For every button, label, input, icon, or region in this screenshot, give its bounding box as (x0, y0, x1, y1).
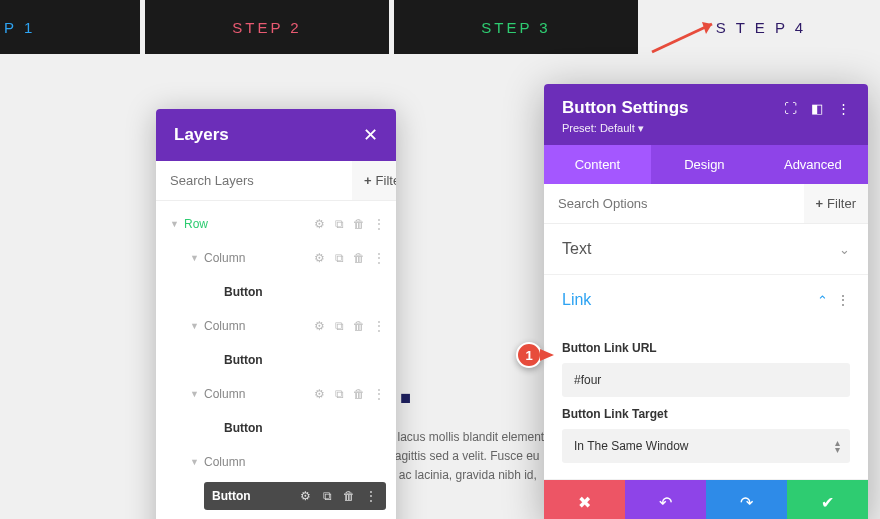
search-options-input[interactable] (544, 184, 804, 223)
more-icon[interactable]: ⋮ (837, 101, 850, 116)
tab-advanced[interactable]: Advanced (758, 145, 868, 184)
close-icon[interactable]: ✕ (363, 124, 378, 146)
trash-icon[interactable]: 🗑 (352, 251, 366, 265)
tab-content[interactable]: Content (544, 145, 651, 184)
plus-icon: + (364, 173, 372, 188)
duplicate-icon[interactable]: ⧉ (332, 251, 346, 265)
confirm-button[interactable]: ✔ (787, 480, 868, 519)
gear-icon[interactable]: ⚙ (298, 489, 312, 503)
layer-row[interactable]: ▼ Row ⚙ ⧉ 🗑 ⋮ (156, 207, 396, 241)
filter-label: Filter (827, 196, 856, 211)
annotation-callout-1: 1 (516, 342, 554, 368)
layers-tree: ▼ Row ⚙ ⧉ 🗑 ⋮ ▼ Column ⚙ ⧉ 🗑 ⋮ Button (156, 201, 396, 519)
layer-button[interactable]: Button (156, 275, 396, 309)
gear-icon[interactable]: ⚙ (312, 251, 326, 265)
caret-down-icon[interactable]: ▼ (190, 253, 204, 263)
filter-button[interactable]: +Filter (804, 184, 868, 223)
modal-footer: ✖ ↶ ↷ ✔ (544, 480, 868, 519)
step-tab-3[interactable]: STEP 3 (394, 0, 638, 54)
caret-down-icon[interactable]: ▼ (190, 321, 204, 331)
layer-button[interactable]: Button (156, 343, 396, 377)
trash-icon[interactable]: 🗑 (352, 387, 366, 401)
filter-button[interactable]: +Filter (352, 161, 396, 200)
field-label-target: Button Link Target (562, 407, 850, 421)
accordion-title: Link (562, 291, 591, 309)
layer-label: Row (184, 217, 312, 231)
duplicate-icon[interactable]: ⧉ (320, 489, 334, 503)
layout-icon[interactable]: ◧ (811, 101, 823, 116)
layer-column[interactable]: ▼ Column ⚙ ⧉ 🗑 ⋮ (156, 377, 396, 411)
accordion-link: Link ⌃ ⋮ Button Link URL Button Link Tar… (544, 275, 868, 480)
field-label-url: Button Link URL (562, 341, 850, 355)
layer-label: Button (224, 285, 386, 299)
more-icon[interactable]: ⋮ (364, 489, 378, 503)
step-tab-4[interactable]: S T E P 4 (643, 0, 879, 54)
chevron-up-icon: ⌃ (817, 293, 828, 308)
layer-button-selected[interactable]: Button ⚙ ⧉ 🗑 ⋮ (156, 479, 396, 513)
accordion-header-link[interactable]: Link ⌃ ⋮ (544, 275, 868, 325)
layer-button[interactable]: Button (156, 411, 396, 445)
more-icon[interactable]: ⋮ (372, 251, 386, 265)
layer-label: Button (212, 489, 298, 503)
caret-down-icon[interactable]: ▼ (190, 457, 204, 467)
duplicate-icon[interactable]: ⧉ (332, 217, 346, 231)
settings-tabs: Content Design Advanced (544, 145, 868, 184)
chevron-down-icon: ⌄ (839, 242, 850, 257)
trash-icon[interactable]: 🗑 (352, 217, 366, 231)
layer-label: Column (204, 319, 312, 333)
callout-number: 1 (516, 342, 542, 368)
cancel-button[interactable]: ✖ (544, 480, 625, 519)
trash-icon[interactable]: 🗑 (352, 319, 366, 333)
duplicate-icon[interactable]: ⧉ (332, 387, 346, 401)
layer-label: Column (204, 387, 312, 401)
button-link-url-input[interactable] (562, 363, 850, 397)
settings-search-row: +Filter (544, 184, 868, 224)
layers-header: Layers ✕ (156, 109, 396, 161)
redo-button[interactable]: ↷ (706, 480, 787, 519)
more-icon[interactable]: ⋮ (372, 387, 386, 401)
gear-icon[interactable]: ⚙ (312, 319, 326, 333)
preset-selector[interactable]: Preset: Default ▾ (562, 122, 850, 135)
step-tab-2[interactable]: STEP 2 (145, 0, 389, 54)
gear-icon[interactable]: ⚙ (312, 387, 326, 401)
layers-panel: Layers ✕ +Filter ▼ Row ⚙ ⧉ 🗑 ⋮ ▼ Column … (156, 109, 396, 519)
layers-title: Layers (174, 125, 229, 145)
accordion-title: Text (562, 240, 591, 258)
modal-title: Button Settings (562, 98, 689, 118)
callout-tail (540, 349, 554, 361)
layer-label: Button (224, 353, 386, 367)
gear-icon[interactable]: ⚙ (312, 217, 326, 231)
caret-down-icon[interactable]: ▼ (190, 389, 204, 399)
expand-icon[interactable]: ⛶ (784, 101, 797, 116)
more-icon[interactable]: ⋮ (372, 217, 386, 231)
layer-column[interactable]: ▼ Column ⚙ ⧉ 🗑 ⋮ (156, 241, 396, 275)
duplicate-icon[interactable]: ⧉ (332, 319, 346, 333)
more-icon[interactable]: ⋮ (372, 319, 386, 333)
filter-label: Filter (376, 173, 396, 188)
layer-section[interactable]: ▶ Section (156, 513, 396, 519)
button-settings-modal: Button Settings ⛶ ◧ ⋮ Preset: Default ▾ … (544, 84, 868, 519)
caret-down-icon[interactable]: ▼ (170, 219, 184, 229)
tab-design[interactable]: Design (651, 145, 758, 184)
search-layers-input[interactable] (156, 161, 352, 200)
layer-label: Button (224, 421, 386, 435)
accordion-text[interactable]: Text ⌄ (544, 224, 868, 275)
step-tab-1[interactable]: P 1 (0, 0, 140, 54)
plus-icon: + (816, 196, 824, 211)
button-link-target-select[interactable] (562, 429, 850, 463)
trash-icon[interactable]: 🗑 (342, 489, 356, 503)
layer-label: Column (204, 455, 386, 469)
layer-label: Column (204, 251, 312, 265)
modal-header: Button Settings ⛶ ◧ ⋮ Preset: Default ▾ (544, 84, 868, 145)
layer-column[interactable]: ▼ Column (156, 445, 396, 479)
step-tabs: P 1 STEP 2 STEP 3 S T E P 4 (0, 0, 880, 54)
undo-button[interactable]: ↶ (625, 480, 706, 519)
select-arrows-icon: ▴▾ (835, 439, 840, 453)
layers-search-row: +Filter (156, 161, 396, 201)
layer-column[interactable]: ▼ Column ⚙ ⧉ 🗑 ⋮ (156, 309, 396, 343)
more-icon[interactable]: ⋮ (836, 292, 850, 308)
